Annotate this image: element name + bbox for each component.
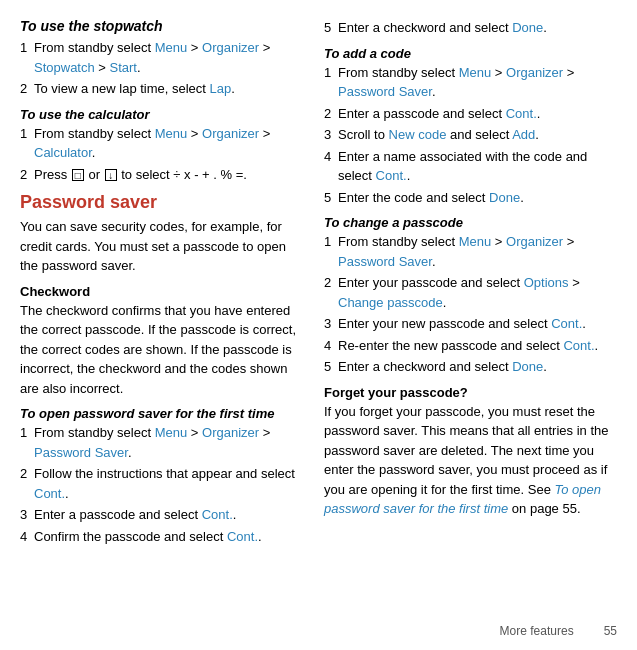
step-item: 2 Enter a passcode and select Cont.. [324, 104, 617, 124]
key-icon: □ [72, 169, 84, 181]
step-number: 4 [20, 527, 34, 547]
step-number: 4 [324, 336, 338, 356]
step-item: 2 Follow the instructions that appear an… [20, 464, 302, 503]
step-item: 1 From standby select Menu > Organizer >… [324, 63, 617, 102]
step-item: 1 From standby select Menu > Organizer >… [20, 124, 302, 163]
step-text: Enter a checkword and select Done. [338, 18, 617, 38]
step-text: Enter your passcode and select Options >… [338, 273, 617, 312]
stopwatch-link[interactable]: Stopwatch [34, 60, 95, 75]
step-item: 4 Re-enter the new passcode and select C… [324, 336, 617, 356]
calculator-link[interactable]: Calculator [34, 145, 92, 160]
step-number: 2 [324, 104, 338, 124]
done-link[interactable]: Done [489, 190, 520, 205]
organizer-link[interactable]: Organizer [506, 65, 563, 80]
menu-link[interactable]: Menu [459, 65, 492, 80]
cont-link[interactable]: Cont. [34, 486, 65, 501]
step-item: 5 Enter a checkword and select Done. [324, 18, 617, 38]
open-first-steps: 1 From standby select Menu > Organizer >… [20, 423, 302, 546]
change-passcode-heading: To change a passcode [324, 215, 617, 230]
organizer-link[interactable]: Organizer [202, 126, 259, 141]
stopwatch-steps: 1 From standby select Menu > Organizer >… [20, 38, 302, 99]
arrow-icon: ↓ [105, 169, 117, 181]
step-item: 3 Scroll to New code and select Add. [324, 125, 617, 145]
step-number: 5 [324, 18, 338, 38]
step-number: 3 [324, 125, 338, 145]
step-number: 4 [324, 147, 338, 186]
step-text: Press □ or ↓ to select ÷ x - + . % =. [34, 165, 302, 185]
step-item: 4 Enter a name associated with the code … [324, 147, 617, 186]
step-text: From standby select Menu > Organizer > S… [34, 38, 302, 77]
change-passcode-link[interactable]: Change passcode [338, 295, 443, 310]
calculator-steps: 1 From standby select Menu > Organizer >… [20, 124, 302, 185]
step-item: 3 Enter a passcode and select Cont.. [20, 505, 302, 525]
password-saver-title: Password saver [20, 192, 302, 213]
add-link[interactable]: Add [512, 127, 535, 142]
organizer-link[interactable]: Organizer [202, 425, 259, 440]
step-text: Enter your new passcode and select Cont.… [338, 314, 617, 334]
done-link[interactable]: Done [512, 359, 543, 374]
step-item: 3 Enter your new passcode and select Con… [324, 314, 617, 334]
right-column: 5 Enter a checkword and select Done. To … [320, 18, 617, 638]
lap-link[interactable]: Lap [210, 81, 232, 96]
step-text: Enter a passcode and select Cont.. [338, 104, 617, 124]
step-item: 5 Enter the code and select Done. [324, 188, 617, 208]
cont-link[interactable]: Cont. [227, 529, 258, 544]
change-passcode-steps: 1 From standby select Menu > Organizer >… [324, 232, 617, 377]
password-saver-link[interactable]: Password Saver [338, 254, 432, 269]
step-text: Scroll to New code and select Add. [338, 125, 617, 145]
menu-link[interactable]: Menu [155, 126, 188, 141]
step-item: 2 Press □ or ↓ to select ÷ x - + . % =. [20, 165, 302, 185]
menu-link[interactable]: Menu [155, 425, 188, 440]
start-link[interactable]: Start [110, 60, 137, 75]
step-item: 1 From standby select Menu > Organizer >… [20, 423, 302, 462]
menu-link[interactable]: Menu [155, 40, 188, 55]
stopwatch-heading: To use the stopwatch [20, 18, 302, 34]
checkword-body: The checkword confirms that you have ent… [20, 301, 302, 399]
forget-body: If you forget your passcode, you must re… [324, 402, 617, 519]
password-saver-intro: You can save security codes, for example… [20, 217, 302, 276]
left-column: To use the stopwatch 1 From standby sele… [20, 18, 320, 638]
password-saver-link[interactable]: Password Saver [34, 445, 128, 460]
step-item: 4 Confirm the passcode and select Cont.. [20, 527, 302, 547]
open-first-heading: To open password saver for the first tim… [20, 406, 302, 421]
step-number: 1 [20, 423, 34, 462]
step-text: To view a new lap time, select Lap. [34, 79, 302, 99]
add-code-steps: 1 From standby select Menu > Organizer >… [324, 63, 617, 208]
step-number: 2 [324, 273, 338, 312]
step-text: Enter a checkword and select Done. [338, 357, 617, 377]
step-number: 1 [20, 124, 34, 163]
step-number: 1 [324, 63, 338, 102]
menu-link[interactable]: Menu [459, 234, 492, 249]
step5-list: 5 Enter a checkword and select Done. [324, 18, 617, 38]
step-text: From standby select Menu > Organizer > P… [34, 423, 302, 462]
cont-link[interactable]: Cont. [551, 316, 582, 331]
forget-link[interactable]: To open password saver for the first tim… [324, 482, 601, 517]
organizer-link[interactable]: Organizer [506, 234, 563, 249]
forget-heading: Forget your passcode? [324, 385, 617, 400]
footer-label: More features [500, 624, 574, 638]
step-number: 1 [20, 38, 34, 77]
page: To use the stopwatch 1 From standby sele… [0, 0, 637, 650]
cont-link[interactable]: Cont. [376, 168, 407, 183]
step-text: From standby select Menu > Organizer > P… [338, 232, 617, 271]
step-text: Enter the code and select Done. [338, 188, 617, 208]
cont-link[interactable]: Cont. [563, 338, 594, 353]
step-text: Re-enter the new passcode and select Con… [338, 336, 617, 356]
done-link[interactable]: Done [512, 20, 543, 35]
step-number: 3 [324, 314, 338, 334]
options-link[interactable]: Options [524, 275, 569, 290]
new-code-link[interactable]: New code [389, 127, 447, 142]
step-number: 1 [324, 232, 338, 271]
password-saver-link[interactable]: Password Saver [338, 84, 432, 99]
step-item: 1 From standby select Menu > Organizer >… [20, 38, 302, 77]
page-number: 55 [604, 624, 617, 638]
step-text: Enter a passcode and select Cont.. [34, 505, 302, 525]
step-item: 2 Enter your passcode and select Options… [324, 273, 617, 312]
cont-link[interactable]: Cont. [506, 106, 537, 121]
step-number: 5 [324, 188, 338, 208]
cont-link[interactable]: Cont. [202, 507, 233, 522]
checkword-title: Checkword [20, 284, 302, 299]
step-text: Follow the instructions that appear and … [34, 464, 302, 503]
organizer-link[interactable]: Organizer [202, 40, 259, 55]
step-number: 2 [20, 165, 34, 185]
